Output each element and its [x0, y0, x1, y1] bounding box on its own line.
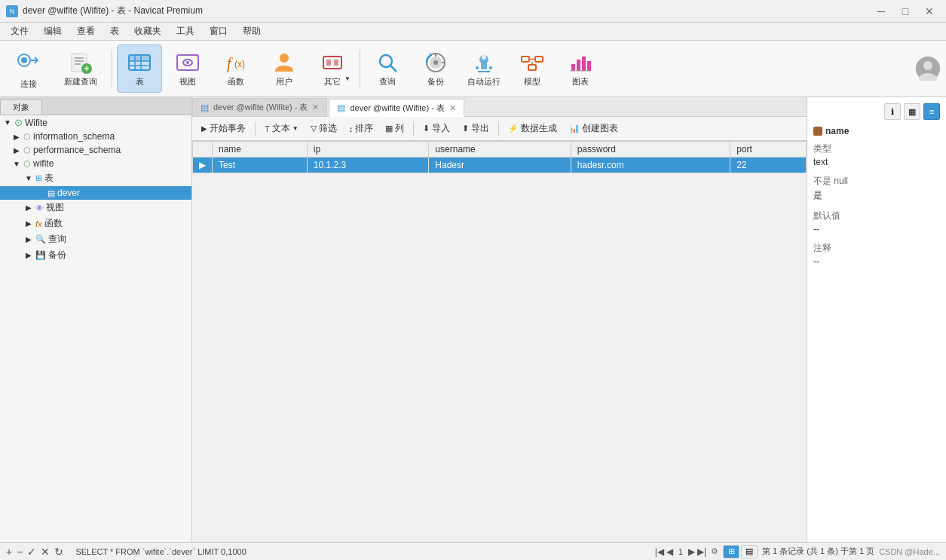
generate-data-button[interactable]: ⚡ 数据生成 — [504, 121, 562, 136]
object-tab[interactable]: 对象 — [0, 99, 42, 115]
export-label: 导出 — [471, 122, 489, 135]
backup-group-icon: 💾 — [35, 250, 46, 260]
menu-item-edit[interactable]: 编辑 — [36, 23, 69, 40]
tree-item-wifite-schema[interactable]: ▼ ⬡ wifite — [0, 157, 191, 170]
table-row[interactable]: ▶ Test 10.1.2.3 Hadesr hadesr.com 22 — [193, 158, 807, 173]
rp-field-name-text: name — [825, 126, 849, 136]
tree-item-func-group[interactable]: ▶ fx 函数 — [0, 216, 191, 231]
rp-field-name: name — [813, 126, 940, 136]
sort-icon: ↕ — [349, 124, 354, 133]
page-settings-button[interactable]: ⚙ — [711, 546, 718, 556]
column-password[interactable]: password — [571, 142, 730, 158]
import-button[interactable]: ⬇ 导入 — [418, 121, 455, 136]
tab-1-close[interactable]: ✕ — [312, 103, 319, 112]
user-button[interactable]: 用户 — [262, 44, 307, 93]
columns-label: 列 — [395, 122, 404, 135]
tab-2-close[interactable]: ✕ — [449, 103, 456, 113]
table-label: 表 — [136, 76, 144, 87]
record-info: 第 1 条记录 (共 1 条) 于第 1 页 — [762, 546, 874, 557]
backup-button[interactable]: 备份 — [413, 44, 458, 93]
first-page-button[interactable]: |◀ — [655, 546, 664, 557]
confirm-button[interactable]: ✓ — [27, 546, 36, 558]
columns-button[interactable]: ▦ 列 — [381, 121, 409, 136]
backup-label: 备份 — [427, 76, 444, 87]
query-button[interactable]: 查询 — [365, 44, 410, 93]
cell-username[interactable]: Hadesr — [429, 158, 571, 173]
cell-name[interactable]: Test — [213, 158, 308, 173]
next-page-button[interactable]: ▶ — [688, 546, 695, 557]
menu-item-window[interactable]: 窗口 — [202, 23, 235, 40]
add-row-button[interactable]: + — [6, 546, 12, 558]
begin-transaction-button[interactable]: ▶ 开始事务 — [197, 121, 250, 136]
connect-button[interactable]: 连接 — [6, 44, 51, 93]
rp-grid-button[interactable]: ▦ — [904, 103, 920, 120]
delete-row-button[interactable]: − — [17, 546, 23, 558]
minimize-button[interactable]: ─ — [871, 4, 892, 19]
user-avatar[interactable] — [916, 57, 940, 81]
cell-password[interactable]: hadesr.com — [571, 158, 730, 173]
grid-view-button[interactable]: ⊞ — [723, 545, 739, 558]
tree-item-performance-schema[interactable]: ▶ ⬡ performance_schema — [0, 143, 191, 157]
tree-arrow-info: ▶ — [12, 133, 21, 141]
form-view-button[interactable]: ▤ — [741, 545, 758, 558]
generate-data-icon: ⚡ — [508, 124, 519, 133]
menu-item-help[interactable]: 帮助 — [235, 23, 268, 40]
filter-label: 筛选 — [319, 122, 337, 135]
menu-item-favorites[interactable]: 收藏夹 — [127, 23, 169, 40]
last-page-button[interactable]: ▶| — [697, 546, 706, 557]
new-query-button[interactable]: + 新建查询 — [54, 44, 107, 93]
tree-item-wifite-root[interactable]: ▼ ⊙ Wifite — [0, 115, 191, 130]
tab-1[interactable]: ▤ dever @wifite (Wifite) - 表 ✕ — [192, 98, 327, 116]
text-button[interactable]: T 文本 ▼ — [260, 121, 303, 136]
create-chart-button[interactable]: 📊 创建图表 — [565, 121, 623, 136]
chart-button[interactable]: 图表 — [558, 44, 603, 93]
rp-list-button[interactable]: ≡ — [923, 103, 940, 120]
menu-item-table[interactable]: 表 — [103, 23, 127, 40]
svg-rect-45 — [577, 60, 580, 71]
svg-point-19 — [186, 61, 189, 64]
table-group-label: 表 — [44, 172, 54, 185]
tree-item-information-schema[interactable]: ▶ ⬡ information_schema — [0, 130, 191, 143]
sidebar: 对象 ▼ ⊙ Wifite ▶ ⬡ information_schema ▶ ⬡… — [0, 97, 192, 542]
autorun-label: 自动运行 — [467, 76, 501, 87]
information-schema-label: information_schema — [33, 131, 115, 142]
export-button[interactable]: ⬆ 导出 — [458, 121, 494, 136]
title-text: dever @wifite (Wifite) - 表 - Navicat Pre… — [23, 5, 203, 17]
close-button[interactable]: ✕ — [919, 4, 940, 19]
tree-item-table-group[interactable]: ▼ ⊞ 表 — [0, 170, 191, 186]
column-ip[interactable]: ip — [307, 142, 429, 158]
svg-rect-23 — [323, 57, 341, 69]
tree-item-dever[interactable]: ▤ dever — [0, 186, 191, 200]
svg-point-37 — [476, 66, 479, 69]
tab-1-icon: ▤ — [201, 103, 209, 113]
maximize-button[interactable]: □ — [895, 4, 916, 19]
view-button[interactable]: 视图 — [165, 44, 210, 93]
tree-item-view-group[interactable]: ▶ 👁 视图 — [0, 200, 191, 216]
tab-2[interactable]: ▤ dever @wifite (Wifite) - 表 ✕ — [329, 99, 464, 117]
cell-port[interactable]: 22 — [730, 158, 807, 173]
model-button[interactable]: 模型 — [510, 44, 555, 93]
table-button[interactable]: 表 — [117, 44, 162, 93]
svg-rect-16 — [129, 55, 150, 61]
column-name[interactable]: name — [213, 142, 308, 158]
sort-button[interactable]: ↕ 排序 — [344, 121, 378, 136]
column-username[interactable]: username — [429, 142, 571, 158]
column-port[interactable]: port — [730, 142, 807, 158]
tree-item-query-group[interactable]: ▶ 🔍 查询 — [0, 231, 191, 247]
function-button[interactable]: f (x) 函数 — [213, 44, 259, 93]
menu-item-file[interactable]: 文件 — [3, 23, 36, 40]
refresh-button[interactable]: ↻ — [54, 546, 63, 558]
tree-item-backup-group[interactable]: ▶ 💾 备份 — [0, 247, 191, 263]
prev-page-button[interactable]: ◀ — [666, 546, 673, 557]
view-icon — [176, 50, 200, 76]
rp-info-button[interactable]: ℹ — [884, 103, 901, 120]
filter-button[interactable]: ▽ 筛选 — [306, 121, 341, 136]
cancel-edit-button[interactable]: ✕ — [41, 546, 50, 558]
cell-ip[interactable]: 10.1.2.3 — [307, 158, 429, 173]
wifite-schema-label: wifite — [33, 158, 54, 169]
menu-item-tools[interactable]: 工具 — [169, 23, 202, 40]
other-button[interactable]: ▼ 其它 — [310, 44, 355, 93]
data-table-container[interactable]: name ip username password port ▶ Test 10… — [192, 141, 807, 542]
autorun-button[interactable]: 自动运行 — [461, 44, 507, 93]
menu-item-view[interactable]: 查看 — [69, 23, 103, 40]
